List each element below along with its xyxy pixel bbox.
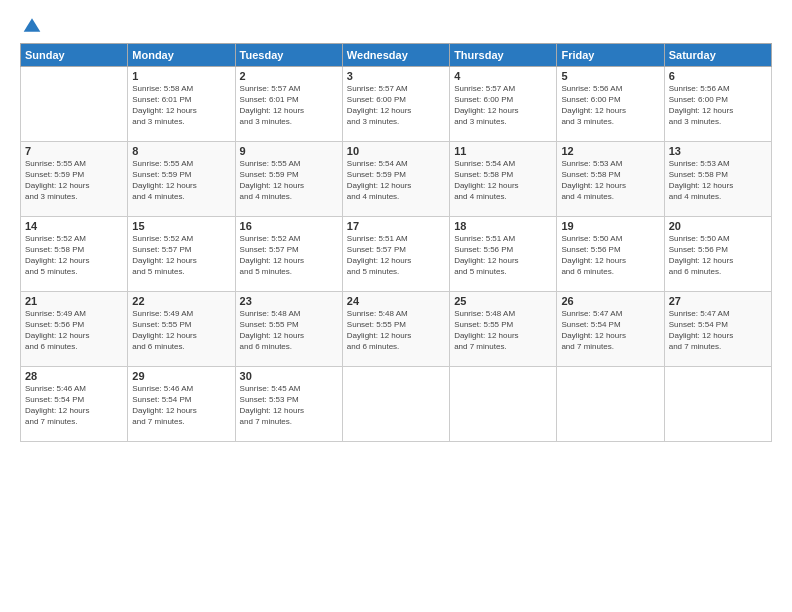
calendar-cell: 21Sunrise: 5:49 AM Sunset: 5:56 PM Dayli… [21,292,128,367]
day-info: Sunrise: 5:53 AM Sunset: 5:58 PM Dayligh… [561,159,659,202]
day-info: Sunrise: 5:57 AM Sunset: 6:01 PM Dayligh… [240,84,338,127]
day-number: 12 [561,145,659,157]
calendar-cell: 11Sunrise: 5:54 AM Sunset: 5:58 PM Dayli… [450,142,557,217]
day-info: Sunrise: 5:55 AM Sunset: 5:59 PM Dayligh… [132,159,230,202]
calendar-cell: 26Sunrise: 5:47 AM Sunset: 5:54 PM Dayli… [557,292,664,367]
day-header-thursday: Thursday [450,44,557,67]
day-info: Sunrise: 5:49 AM Sunset: 5:56 PM Dayligh… [25,309,123,352]
day-info: Sunrise: 5:52 AM Sunset: 5:57 PM Dayligh… [132,234,230,277]
calendar-cell: 10Sunrise: 5:54 AM Sunset: 5:59 PM Dayli… [342,142,449,217]
day-number: 30 [240,370,338,382]
day-number: 3 [347,70,445,82]
day-info: Sunrise: 5:57 AM Sunset: 6:00 PM Dayligh… [347,84,445,127]
day-number: 9 [240,145,338,157]
day-number: 29 [132,370,230,382]
calendar-cell: 14Sunrise: 5:52 AM Sunset: 5:58 PM Dayli… [21,217,128,292]
day-info: Sunrise: 5:52 AM Sunset: 5:57 PM Dayligh… [240,234,338,277]
day-info: Sunrise: 5:48 AM Sunset: 5:55 PM Dayligh… [454,309,552,352]
day-info: Sunrise: 5:46 AM Sunset: 5:54 PM Dayligh… [25,384,123,427]
day-info: Sunrise: 5:54 AM Sunset: 5:58 PM Dayligh… [454,159,552,202]
day-number: 6 [669,70,767,82]
day-info: Sunrise: 5:52 AM Sunset: 5:58 PM Dayligh… [25,234,123,277]
calendar-cell: 13Sunrise: 5:53 AM Sunset: 5:58 PM Dayli… [664,142,771,217]
calendar-page: SundayMondayTuesdayWednesdayThursdayFrid… [0,0,792,612]
calendar-cell [342,367,449,442]
calendar-cell [450,367,557,442]
day-number: 19 [561,220,659,232]
day-number: 2 [240,70,338,82]
calendar-cell [21,67,128,142]
day-info: Sunrise: 5:47 AM Sunset: 5:54 PM Dayligh… [669,309,767,352]
day-number: 22 [132,295,230,307]
day-number: 17 [347,220,445,232]
calendar-cell [664,367,771,442]
calendar-cell: 9Sunrise: 5:55 AM Sunset: 5:59 PM Daylig… [235,142,342,217]
day-number: 26 [561,295,659,307]
day-header-sunday: Sunday [21,44,128,67]
day-info: Sunrise: 5:51 AM Sunset: 5:57 PM Dayligh… [347,234,445,277]
day-number: 15 [132,220,230,232]
calendar-cell: 19Sunrise: 5:50 AM Sunset: 5:56 PM Dayli… [557,217,664,292]
calendar-cell: 3Sunrise: 5:57 AM Sunset: 6:00 PM Daylig… [342,67,449,142]
day-number: 8 [132,145,230,157]
week-row-3: 14Sunrise: 5:52 AM Sunset: 5:58 PM Dayli… [21,217,772,292]
week-row-4: 21Sunrise: 5:49 AM Sunset: 5:56 PM Dayli… [21,292,772,367]
calendar-cell: 5Sunrise: 5:56 AM Sunset: 6:00 PM Daylig… [557,67,664,142]
week-row-2: 7Sunrise: 5:55 AM Sunset: 5:59 PM Daylig… [21,142,772,217]
svg-marker-0 [24,19,41,32]
calendar-body: 1Sunrise: 5:58 AM Sunset: 6:01 PM Daylig… [21,67,772,442]
day-info: Sunrise: 5:51 AM Sunset: 5:56 PM Dayligh… [454,234,552,277]
day-info: Sunrise: 5:49 AM Sunset: 5:55 PM Dayligh… [132,309,230,352]
week-row-1: 1Sunrise: 5:58 AM Sunset: 6:01 PM Daylig… [21,67,772,142]
day-info: Sunrise: 5:55 AM Sunset: 5:59 PM Dayligh… [240,159,338,202]
day-header-saturday: Saturday [664,44,771,67]
day-number: 11 [454,145,552,157]
day-number: 24 [347,295,445,307]
calendar-cell: 17Sunrise: 5:51 AM Sunset: 5:57 PM Dayli… [342,217,449,292]
calendar-cell: 18Sunrise: 5:51 AM Sunset: 5:56 PM Dayli… [450,217,557,292]
calendar-cell: 12Sunrise: 5:53 AM Sunset: 5:58 PM Dayli… [557,142,664,217]
day-info: Sunrise: 5:50 AM Sunset: 5:56 PM Dayligh… [561,234,659,277]
day-number: 13 [669,145,767,157]
day-info: Sunrise: 5:47 AM Sunset: 5:54 PM Dayligh… [561,309,659,352]
day-info: Sunrise: 5:57 AM Sunset: 6:00 PM Dayligh… [454,84,552,127]
header [20,15,772,33]
calendar-cell: 22Sunrise: 5:49 AM Sunset: 5:55 PM Dayli… [128,292,235,367]
calendar-cell: 6Sunrise: 5:56 AM Sunset: 6:00 PM Daylig… [664,67,771,142]
day-number: 14 [25,220,123,232]
day-info: Sunrise: 5:48 AM Sunset: 5:55 PM Dayligh… [347,309,445,352]
day-number: 18 [454,220,552,232]
day-number: 4 [454,70,552,82]
day-header-friday: Friday [557,44,664,67]
calendar-cell: 7Sunrise: 5:55 AM Sunset: 5:59 PM Daylig… [21,142,128,217]
calendar-cell: 27Sunrise: 5:47 AM Sunset: 5:54 PM Dayli… [664,292,771,367]
calendar-cell: 23Sunrise: 5:48 AM Sunset: 5:55 PM Dayli… [235,292,342,367]
day-info: Sunrise: 5:46 AM Sunset: 5:54 PM Dayligh… [132,384,230,427]
week-row-5: 28Sunrise: 5:46 AM Sunset: 5:54 PM Dayli… [21,367,772,442]
day-number: 7 [25,145,123,157]
day-number: 10 [347,145,445,157]
day-info: Sunrise: 5:48 AM Sunset: 5:55 PM Dayligh… [240,309,338,352]
day-number: 23 [240,295,338,307]
day-header-wednesday: Wednesday [342,44,449,67]
calendar-cell: 8Sunrise: 5:55 AM Sunset: 5:59 PM Daylig… [128,142,235,217]
logo [20,15,42,33]
day-number: 5 [561,70,659,82]
day-header-monday: Monday [128,44,235,67]
calendar-table: SundayMondayTuesdayWednesdayThursdayFrid… [20,43,772,442]
calendar-cell: 30Sunrise: 5:45 AM Sunset: 5:53 PM Dayli… [235,367,342,442]
calendar-cell: 1Sunrise: 5:58 AM Sunset: 6:01 PM Daylig… [128,67,235,142]
day-number: 16 [240,220,338,232]
calendar-cell: 2Sunrise: 5:57 AM Sunset: 6:01 PM Daylig… [235,67,342,142]
day-info: Sunrise: 5:58 AM Sunset: 6:01 PM Dayligh… [132,84,230,127]
calendar-header-row: SundayMondayTuesdayWednesdayThursdayFrid… [21,44,772,67]
calendar-cell: 25Sunrise: 5:48 AM Sunset: 5:55 PM Dayli… [450,292,557,367]
day-number: 20 [669,220,767,232]
calendar-cell [557,367,664,442]
calendar-cell: 15Sunrise: 5:52 AM Sunset: 5:57 PM Dayli… [128,217,235,292]
calendar-cell: 16Sunrise: 5:52 AM Sunset: 5:57 PM Dayli… [235,217,342,292]
day-header-tuesday: Tuesday [235,44,342,67]
day-number: 21 [25,295,123,307]
day-number: 28 [25,370,123,382]
day-info: Sunrise: 5:55 AM Sunset: 5:59 PM Dayligh… [25,159,123,202]
